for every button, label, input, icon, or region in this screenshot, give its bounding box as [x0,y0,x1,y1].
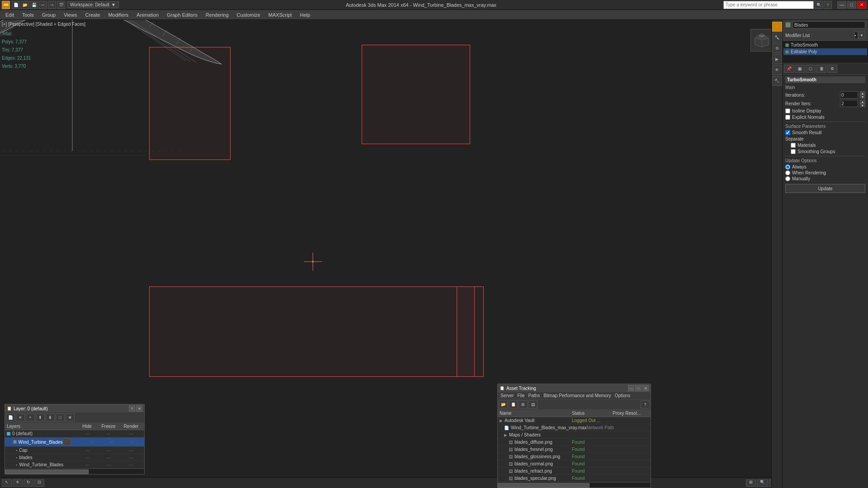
render-iters-input[interactable] [840,100,858,107]
modifier-list-expand[interactable]: ▼ [858,32,865,39]
asset-scrollbar-thumb[interactable] [498,483,590,488]
minimize-button[interactable]: — [837,1,846,9]
zoom-extents[interactable]: ⊞ [746,479,756,487]
explicit-normals-checkbox[interactable] [785,115,790,120]
new-button[interactable]: 📄 [12,1,20,9]
layer-item-default[interactable]: 0 (default) — — — [5,430,144,437]
layers-scrollbar[interactable] [5,469,144,474]
asset-menu-options[interactable]: Options [613,393,632,399]
object-name-input[interactable] [793,21,865,28]
layers-freeze-button[interactable]: ❄ [66,413,75,422]
asset-item-refract[interactable]: 🖼 blades_refract.png Found [498,468,651,475]
menu-rendering[interactable]: Rendering [202,11,232,19]
asset-tool-4[interactable]: ▤ [528,400,538,408]
layers-close-button[interactable]: ✕ [136,405,142,412]
menu-customize[interactable]: Customize [233,11,264,19]
asset-item-fresnel[interactable]: 🖼 blades_fresnel.png Found [498,446,651,453]
asset-item-main-file[interactable]: 📄 Wind_Turbine_Blades_max_vray.max Netwo… [498,424,651,432]
hierarchy-panel-icon[interactable]: ⚙ [772,43,782,53]
menu-tools[interactable]: Tools [19,11,38,19]
iterations-input[interactable] [840,91,858,99]
manually-radio[interactable] [785,176,790,181]
render-iters-up[interactable]: ▲ [860,100,865,103]
view-cube[interactable]: TOP [750,29,773,52]
maximize-button[interactable]: □ [847,1,856,9]
layer-item-wind-turbine-object[interactable]: ▪ Wind_Turbine_Blades — — — [5,461,144,469]
asset-item-vault[interactable]: ▶ Autodesk Vault Logged Out ... [498,417,651,424]
open-button[interactable]: 📂 [21,1,29,9]
modifier-stack-editable-poly[interactable]: Editable Poly [783,48,867,55]
remove-modifier-button[interactable]: 🗑 [816,65,826,73]
layers-help-button[interactable]: ? [129,405,135,412]
smoothing-groups-checkbox[interactable] [791,149,796,154]
asset-scrollbar[interactable] [498,482,651,488]
motion-panel-icon[interactable]: ▶ [772,54,782,64]
iterations-up[interactable]: ▲ [860,91,865,95]
layers-delete-button[interactable]: ✕ [16,413,25,422]
menu-create[interactable]: Create [81,11,104,19]
create-panel-icon[interactable]: + [772,22,782,32]
layers-move-down-button[interactable]: ⬇ [46,413,55,422]
rotate-tool[interactable]: ↻ [24,479,33,487]
menu-maxscript[interactable]: MAXScript [265,11,296,19]
search-button[interactable]: 🔍 [815,1,823,9]
asset-item-specular[interactable]: 🖼 blades_specular.png Found [498,475,651,482]
asset-tool-2[interactable]: 📋 [509,400,518,408]
layers-scrollbar-thumb[interactable] [5,469,89,474]
modifier-list-dropdown[interactable] [854,32,858,39]
make-unique-button[interactable]: ⬡ [806,65,816,73]
render-iters-down[interactable]: ▼ [860,103,865,107]
menu-help[interactable]: Help [297,11,314,19]
select-tool[interactable]: ↖ [2,479,12,487]
asset-minimize-button[interactable]: — [628,385,634,391]
asset-menu-server[interactable]: Server [499,393,515,399]
layers-select-button[interactable]: □ [56,413,65,422]
move-tool[interactable]: ✛ [13,479,23,487]
asset-tool-3[interactable]: ⊞ [519,400,528,408]
always-radio[interactable] [785,164,790,169]
asset-menu-file[interactable]: File [515,393,526,399]
menu-graph-editors[interactable]: Graph Editors [163,11,201,19]
asset-help-button[interactable]: ? [641,400,650,408]
scale-tool[interactable]: ⊡ [34,479,44,487]
display-panel-icon[interactable]: 👁 [772,65,782,75]
asset-menu-paths[interactable]: Paths [527,393,542,399]
search-input[interactable] [723,1,814,9]
asset-item-diffuse[interactable]: 🖼 blades_diffuse.png Found [498,439,651,446]
asset-item-normal[interactable]: 🖼 blades_normal.png Found [498,460,651,468]
menu-views[interactable]: Views [60,11,80,19]
workspace-dropdown[interactable]: Workspace: Default ▼ [67,1,119,8]
menu-modifiers[interactable]: Modifiers [104,11,132,19]
asset-item-glossiness[interactable]: 🖼 blades_glossiness.png Found [498,453,651,460]
app-icon[interactable]: 3M [2,1,10,9]
when-rendering-radio[interactable] [785,170,790,175]
render-button[interactable]: 🎬 [57,1,65,9]
undo-button[interactable]: ↩ [39,1,47,9]
layer-visibility-checkbox[interactable] [63,438,71,446]
menu-group[interactable]: Group [38,11,60,19]
layers-add-button[interactable]: + [26,413,35,422]
show-final-button[interactable]: ▦ [795,65,805,73]
layers-new-button[interactable]: 📄 [6,413,15,422]
layer-item-wind-turbine-blades[interactable]: Wind_Turbine_Blades — — — [5,437,144,447]
object-color-swatch[interactable] [785,22,791,28]
configure-button[interactable]: ⚙ [827,65,837,73]
asset-item-maps-folder[interactable]: ▶ Maps / Shaders [498,432,651,439]
asset-tool-1[interactable]: 📂 [499,400,508,408]
menu-animation[interactable]: Animation [133,11,162,19]
iterations-down[interactable]: ▼ [860,95,865,99]
smooth-result-checkbox[interactable] [785,130,790,135]
update-button[interactable]: Update [785,184,865,193]
modify-panel-icon[interactable]: 🔧 [772,33,782,42]
isoline-display-checkbox[interactable] [785,108,790,113]
layers-move-up-button[interactable]: ⬆ [36,413,45,422]
zoom-tool[interactable]: 🔍 [757,479,768,487]
redo-button[interactable]: ↪ [48,1,56,9]
materials-checkbox[interactable] [791,143,796,148]
layer-item-blades[interactable]: ▪ blades — — — [5,454,144,461]
asset-close-button[interactable]: ✕ [642,385,649,391]
utilities-panel-icon[interactable]: 🔨 [772,76,782,86]
asset-menu-bitmap[interactable]: Bitmap Performance and Memory [542,393,613,399]
pin-stack-button[interactable]: 📌 [784,65,794,73]
asset-maximize-button[interactable]: □ [635,385,642,391]
